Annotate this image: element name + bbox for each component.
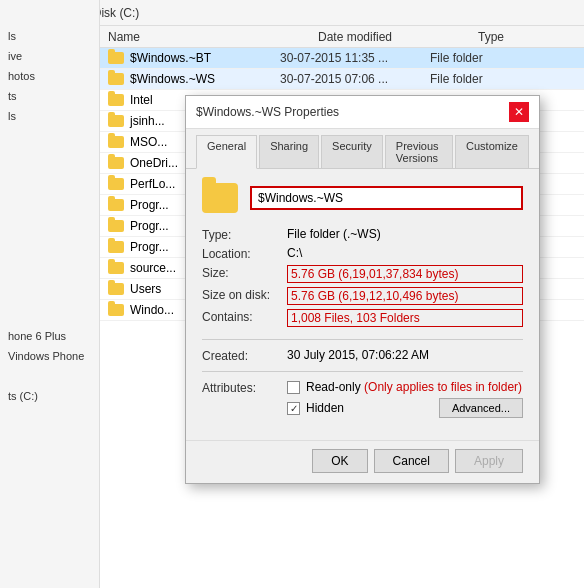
file-row-1[interactable]: $Windows.~WS 30-07-2015 07:06 ... File f… bbox=[100, 69, 584, 90]
readonly-note: (Only applies to files in folder) bbox=[364, 380, 522, 394]
hidden-row: Hidden Advanced... bbox=[287, 398, 523, 418]
readonly-label: Read-only bbox=[306, 380, 361, 394]
location-label: Location: bbox=[202, 246, 287, 261]
tab-previous-versions[interactable]: Previous Versions bbox=[385, 135, 453, 168]
hidden-checkbox[interactable] bbox=[287, 402, 300, 415]
contains-row: Contains: 1,008 Files, 103 Folders bbox=[202, 309, 523, 327]
tab-general[interactable]: General bbox=[196, 135, 257, 169]
type-value: File folder (.~WS) bbox=[287, 227, 523, 241]
folder-icon bbox=[108, 220, 124, 232]
sidebar-item-1[interactable]: ls bbox=[0, 26, 99, 46]
advanced-button[interactable]: Advanced... bbox=[439, 398, 523, 418]
sidebar-item-4[interactable]: ts bbox=[0, 86, 99, 106]
folder-name-input[interactable] bbox=[250, 186, 523, 210]
divider-2 bbox=[202, 371, 523, 372]
cancel-button[interactable]: Cancel bbox=[374, 449, 449, 473]
contains-label: Contains: bbox=[202, 309, 287, 324]
sidebar-item-7[interactable]: Vindows Phone bbox=[0, 346, 99, 366]
file-date: 30-07-2015 11:35 ... bbox=[280, 51, 430, 65]
contains-value: 1,008 Files, 103 Folders bbox=[287, 309, 523, 327]
folder-icon bbox=[108, 262, 124, 274]
created-row: Created: 30 July 2015, 07:06:22 AM bbox=[202, 348, 523, 363]
created-value: 30 July 2015, 07:06:22 AM bbox=[287, 348, 523, 362]
file-type: File folder bbox=[430, 72, 483, 86]
dialog-footer: OK Cancel Apply bbox=[186, 440, 539, 483]
attributes-section: Attributes: Read-only (Only applies to f… bbox=[202, 380, 523, 422]
folder-icon bbox=[108, 94, 124, 106]
file-row-0[interactable]: $Windows.~BT 30-07-2015 11:35 ... File f… bbox=[100, 48, 584, 69]
icon-name-row bbox=[202, 183, 523, 213]
col-name-header[interactable]: Name bbox=[100, 30, 310, 44]
file-type: File folder bbox=[430, 51, 483, 65]
hidden-label: Hidden bbox=[306, 401, 344, 415]
col-type-header[interactable]: Type bbox=[470, 30, 570, 44]
folder-icon bbox=[108, 73, 124, 85]
tab-security[interactable]: Security bbox=[321, 135, 383, 168]
dialog-close-button[interactable]: ✕ bbox=[509, 102, 529, 122]
sidebar-item-5[interactable]: ls bbox=[0, 106, 99, 126]
apply-button[interactable]: Apply bbox=[455, 449, 523, 473]
attributes-label: Attributes: bbox=[202, 380, 287, 395]
size-on-disk-value: 5.76 GB (6,19,12,10,496 bytes) bbox=[287, 287, 523, 305]
properties-dialog: $Windows.~WS Properties ✕ General Sharin… bbox=[185, 95, 540, 484]
properties-table: Type: File folder (.~WS) Location: C:\ S… bbox=[202, 227, 523, 327]
folder-icon bbox=[108, 115, 124, 127]
type-label: Type: bbox=[202, 227, 287, 242]
readonly-checkbox[interactable] bbox=[287, 381, 300, 394]
size-label: Size: bbox=[202, 265, 287, 280]
folder-icon bbox=[108, 241, 124, 253]
file-name: $Windows.~WS bbox=[130, 72, 280, 86]
created-label: Created: bbox=[202, 348, 287, 363]
ok-button[interactable]: OK bbox=[312, 449, 367, 473]
readonly-row: Read-only (Only applies to files in fold… bbox=[287, 380, 523, 394]
column-headers: Name Date modified Type bbox=[100, 26, 584, 48]
attributes-row: Attributes: Read-only (Only applies to f… bbox=[202, 380, 523, 422]
type-row: Type: File folder (.~WS) bbox=[202, 227, 523, 242]
size-on-disk-label: Size on disk: bbox=[202, 287, 287, 302]
col-date-header[interactable]: Date modified bbox=[310, 30, 470, 44]
location-row: Location: C:\ bbox=[202, 246, 523, 261]
sidebar: ls ive hotos ts ls hone 6 Plus Vindows P… bbox=[0, 0, 100, 588]
dialog-titlebar: $Windows.~WS Properties ✕ bbox=[186, 96, 539, 129]
sidebar-item-6[interactable]: hone 6 Plus bbox=[0, 326, 99, 346]
file-date: 30-07-2015 07:06 ... bbox=[280, 72, 430, 86]
dialog-body: Type: File folder (.~WS) Location: C:\ S… bbox=[186, 169, 539, 440]
sidebar-item-3[interactable]: hotos bbox=[0, 66, 99, 86]
folder-icon bbox=[108, 283, 124, 295]
folder-icon bbox=[108, 304, 124, 316]
file-name: $Windows.~BT bbox=[130, 51, 280, 65]
tab-customize[interactable]: Customize bbox=[455, 135, 529, 168]
size-row: Size: 5.76 GB (6,19,01,37,834 bytes) bbox=[202, 265, 523, 283]
folder-icon bbox=[108, 136, 124, 148]
size-on-disk-row: Size on disk: 5.76 GB (6,19,12,10,496 by… bbox=[202, 287, 523, 305]
sidebar-item-2[interactable]: ive bbox=[0, 46, 99, 66]
folder-icon bbox=[108, 178, 124, 190]
attributes-controls: Read-only (Only applies to files in fold… bbox=[287, 380, 523, 422]
dialog-title: $Windows.~WS Properties bbox=[196, 105, 339, 119]
sidebar-bottom-item[interactable]: ts (C:) bbox=[0, 386, 99, 406]
folder-icon bbox=[108, 157, 124, 169]
readonly-text: Read-only (Only applies to files in fold… bbox=[306, 380, 522, 394]
dialog-tabs: General Sharing Security Previous Versio… bbox=[186, 129, 539, 169]
folder-large-icon bbox=[202, 183, 238, 213]
tab-sharing[interactable]: Sharing bbox=[259, 135, 319, 168]
divider-1 bbox=[202, 339, 523, 340]
location-value: C:\ bbox=[287, 246, 523, 260]
folder-icon bbox=[108, 52, 124, 64]
folder-icon bbox=[108, 199, 124, 211]
size-value: 5.76 GB (6,19,01,37,834 bytes) bbox=[287, 265, 523, 283]
